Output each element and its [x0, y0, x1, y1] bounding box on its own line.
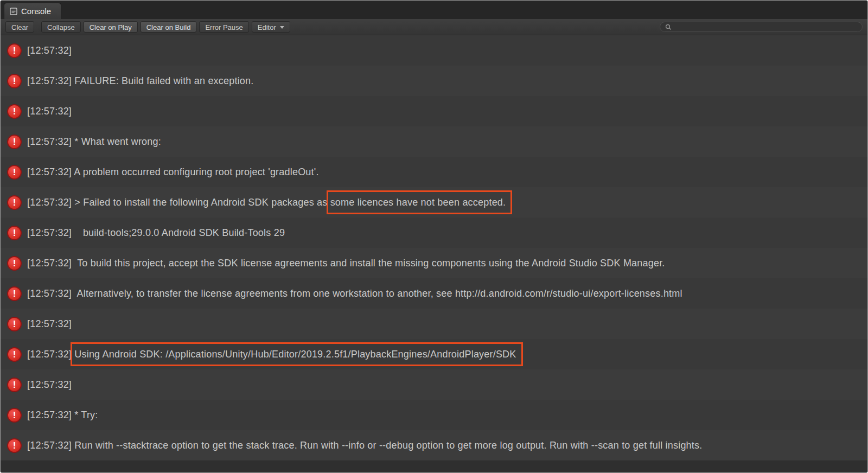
search-input[interactable] — [675, 22, 857, 31]
search-icon[interactable] — [665, 24, 672, 30]
entry-text: [12:57:32] FAILURE: Build failed with an… — [27, 75, 253, 87]
error-icon: ! — [7, 438, 22, 453]
entry-text: [12:57:32] To build this project, accept… — [27, 258, 665, 269]
entry-time: [12:57:32] — [27, 136, 72, 147]
entry-time: [12:57:32] — [27, 440, 72, 451]
console-entry[interactable]: ! [12:57:32] To build this project, acce… — [1, 248, 867, 278]
entry-time: [12:57:32] — [27, 410, 72, 420]
console-entry[interactable]: ! [12:57:32] Alternatively, to transfer … — [1, 278, 867, 309]
entry-pre: > Failed to install the following Androi… — [72, 197, 330, 208]
error-icon: ! — [7, 74, 22, 88]
entry-time: [12:57:32] — [27, 318, 72, 329]
entry-pre: Alternatively, to transfer the license a… — [72, 288, 682, 299]
console-list: ! [12:57:32] ! [12:57:32] FAILURE: Build… — [1, 35, 867, 461]
entry-text: [12:57:32] > Failed to install the follo… — [27, 197, 506, 208]
error-icon: ! — [7, 286, 22, 301]
error-icon: ! — [7, 104, 22, 119]
entry-text: [12:57:32] — [27, 106, 72, 117]
bottom-strip — [1, 461, 867, 473]
entry-text: [12:57:32] — [27, 45, 72, 56]
entry-text: [12:57:32] * What went wrong: — [27, 136, 161, 148]
console-entry[interactable]: ! [12:57:32] * Try: — [1, 400, 867, 430]
tab-label: Console — [21, 7, 51, 16]
error-icon: ! — [7, 195, 22, 210]
console-entry[interactable]: ! [12:57:32] > Failed to install the fol… — [1, 187, 867, 218]
console-entry[interactable]: ! [12:57:32] Run with --stacktrace optio… — [1, 430, 867, 461]
console-entry[interactable]: ! [12:57:32] A problem occurred configur… — [1, 157, 867, 187]
entry-pre: FAILURE: Build failed with an exception. — [72, 75, 253, 86]
error-icon: ! — [7, 135, 22, 149]
console-window: Console ClearCollapseClear on PlayClear … — [0, 0, 868, 473]
error-icon: ! — [7, 317, 22, 331]
entry-time: [12:57:32] — [27, 349, 72, 360]
error-icon: ! — [7, 226, 22, 240]
error-icon: ! — [7, 347, 22, 362]
error-icon: ! — [7, 408, 22, 423]
entry-time: [12:57:32] — [27, 258, 72, 269]
console-entry[interactable]: ! [12:57:32] — [1, 309, 867, 339]
search-box[interactable] — [660, 22, 863, 32]
entry-time: [12:57:32] — [27, 197, 72, 208]
toolbar-buttons: ClearCollapseClear on PlayClear on Build… — [5, 21, 249, 33]
error-icon: ! — [7, 43, 22, 58]
entry-text: [12:57:32] — [27, 379, 72, 391]
entry-time: [12:57:32] — [27, 167, 72, 177]
console-entry[interactable]: ! [12:57:32] — [1, 35, 867, 66]
toolbar-button-collapse[interactable]: Collapse — [41, 21, 81, 33]
entry-pre: A problem occurred configuring root proj… — [72, 167, 319, 177]
console-entry[interactable]: ! [12:57:32] build-tools;29.0.0 Android … — [1, 218, 867, 248]
entry-time: [12:57:32] — [27, 227, 72, 238]
console-entry[interactable]: ! [12:57:32] * What went wrong: — [1, 126, 867, 157]
toolbar-button-error-pause[interactable]: Error Pause — [199, 21, 248, 33]
toolbar: ClearCollapseClear on PlayClear on Build… — [1, 19, 867, 35]
entry-time: [12:57:32] — [27, 75, 72, 86]
entry-pre: build-tools;29.0.0 Android SDK Build-Too… — [72, 227, 285, 238]
entry-pre: * Try: — [72, 410, 98, 420]
entry-pre: Run with --stacktrace option to get the … — [72, 440, 702, 451]
entry-highlight: Using Android SDK: /Applications/Unity/H… — [74, 349, 516, 360]
error-icon: ! — [7, 165, 22, 180]
entry-text: [12:57:32] build-tools;29.0.0 Android SD… — [27, 227, 285, 239]
console-entry[interactable]: ! [12:57:32] — [1, 96, 867, 126]
error-icon: ! — [7, 378, 22, 392]
entry-time: [12:57:32] — [27, 106, 72, 117]
entry-text: [12:57:32] — [27, 318, 72, 330]
entry-highlight: some licences have not been accepted. — [330, 197, 506, 208]
entry-time: [12:57:32] — [27, 45, 72, 56]
toolbar-button-clear-on-build[interactable]: Clear on Build — [141, 21, 197, 33]
entry-text: [12:57:32] Run with --stacktrace option … — [27, 440, 702, 451]
console-entry[interactable]: ! [12:57:32] — [1, 369, 867, 400]
editor-dropdown-label: Editor — [258, 22, 276, 33]
toolbar-button-clear-on-play[interactable]: Clear on Play — [84, 21, 138, 33]
tab-bar: Console — [1, 1, 867, 19]
entry-time: [12:57:32] — [27, 379, 72, 390]
chevron-down-icon — [280, 26, 284, 29]
console-entry[interactable]: ! [12:57:32] Using Android SDK: /Applica… — [1, 339, 867, 369]
tab-console[interactable]: Console — [4, 3, 61, 19]
toolbar-button-clear[interactable]: Clear — [5, 21, 34, 33]
entry-text: [12:57:32] Using Android SDK: /Applicati… — [27, 349, 516, 360]
console-icon — [10, 8, 17, 15]
entry-text: [12:57:32] A problem occurred configurin… — [27, 167, 319, 178]
entry-pre: To build this project, accept the SDK li… — [72, 258, 665, 269]
error-icon: ! — [7, 256, 22, 271]
entry-pre: * What went wrong: — [72, 136, 161, 147]
entry-time: [12:57:32] — [27, 288, 72, 299]
entry-text: [12:57:32] Alternatively, to transfer th… — [27, 288, 682, 299]
editor-dropdown[interactable]: Editor — [252, 21, 290, 33]
console-entry[interactable]: ! [12:57:32] FAILURE: Build failed with … — [1, 66, 867, 96]
entry-text: [12:57:32] * Try: — [27, 410, 98, 421]
